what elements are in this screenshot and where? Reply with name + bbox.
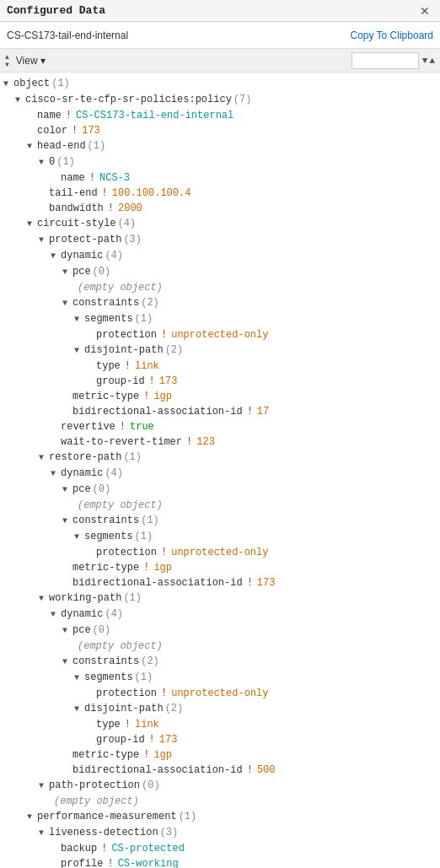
tree-row: ▼object (1) (0, 76, 440, 92)
tree-row: backup!CS-protected (0, 841, 440, 856)
tree-toggle[interactable]: ▼ (39, 155, 47, 170)
tree-toggle[interactable]: ▼ (62, 655, 71, 670)
tree-key: disjoint-path (84, 701, 164, 716)
tree-key: restore-path (49, 450, 121, 465)
tree-key: path-protection (49, 778, 140, 793)
tree-toggle[interactable]: ▼ (39, 591, 47, 607)
tree-row: bidirectional-association-id!500 (0, 763, 440, 778)
tree-count: (0) (142, 778, 160, 793)
tree-key: bidirectional-association-id (72, 763, 243, 778)
tree-colon: ! (158, 686, 169, 701)
tree-value: link (135, 359, 159, 374)
tree-key: constraints (72, 654, 139, 669)
tree-toggle[interactable]: ▼ (39, 779, 47, 794)
tree-row: bidirectional-association-id!173 (0, 575, 440, 590)
tree-toggle[interactable]: ▼ (62, 265, 71, 280)
tree-count: (4) (105, 248, 123, 263)
tree-toggle[interactable]: ▼ (62, 296, 71, 311)
tree-toggle[interactable]: ▼ (15, 93, 24, 108)
tree-row: (empty object) (0, 498, 440, 513)
tree-toggle[interactable]: ▼ (62, 483, 71, 498)
tree-row: bandwidth!2000 (0, 201, 440, 216)
tree-colon: ! (158, 327, 169, 342)
tree-value: 2000 (118, 201, 142, 216)
tree-key: metric-type (72, 560, 139, 575)
tree-row: ▼constraints (1) (0, 513, 440, 529)
tree-colon: ! (99, 186, 110, 201)
tree-row: ▼constraints (2) (0, 295, 440, 311)
tree-row: ▼dynamic (4) (0, 248, 440, 264)
tree-toggle[interactable]: ▼ (39, 826, 47, 841)
tree-toggle[interactable]: ▼ (74, 702, 83, 717)
tree-row: protection!unprotected-only (0, 686, 440, 701)
tree-toggle[interactable]: ▼ (39, 233, 47, 248)
tree-key: wait-to-revert-timer (61, 434, 182, 450)
tree-row: ▼circuit-style (4) (0, 216, 440, 232)
copy-to-clipboard-button[interactable]: Copy To Clipboard (350, 30, 433, 41)
tree-value: unprotected-only (171, 545, 268, 560)
tree-key: pce (72, 264, 91, 279)
tree-key: pce (72, 482, 91, 497)
tree-row: ▼protect-path (3) (0, 232, 440, 248)
down-arrow-icon[interactable]: ▼ (5, 61, 9, 68)
tree-key: metric-type (72, 389, 139, 404)
tree-toggle[interactable]: ▼ (74, 343, 83, 359)
tree-toggle[interactable]: ▼ (51, 607, 59, 623)
tree-value: link (135, 717, 159, 732)
tree-toggle[interactable]: ▼ (27, 810, 35, 825)
tree-key: type (96, 359, 121, 374)
tree-row: ▼dynamic (4) (0, 607, 440, 623)
tree-key: dynamic (61, 466, 103, 481)
tree-toggle[interactable]: ▼ (51, 466, 59, 482)
view-button[interactable]: View ▾ (16, 55, 46, 67)
tree-colon: ! (184, 434, 195, 450)
tree-toggle[interactable]: ▼ (74, 530, 83, 545)
up-arrow-icon[interactable]: ▲ (5, 53, 9, 61)
tree-colon: ! (158, 545, 169, 560)
tree-key: revertive (61, 419, 115, 434)
tree-key: cisco-sr-te-cfp-sr-policies:policy (25, 92, 232, 107)
subtitle-text: CS-CS173-tail-end-internal (7, 30, 128, 41)
tree-toggle[interactable]: ▼ (62, 623, 71, 639)
close-button[interactable]: ✕ (416, 4, 433, 18)
tree-key: performance-measurement (37, 809, 177, 824)
search-input[interactable] (351, 52, 419, 69)
tree-value: igp (153, 560, 172, 575)
tree-toggle[interactable]: ▼ (27, 217, 35, 232)
tree-key: dynamic (61, 607, 103, 622)
tree-toggle[interactable]: ▼ (74, 671, 83, 686)
window-title: Configured Data (7, 4, 105, 17)
toolbar-arrows[interactable]: ▲ ▼ (5, 53, 9, 68)
tree-toggle[interactable]: ▼ (74, 312, 83, 327)
tree-count: (2) (165, 701, 184, 716)
tree-toggle[interactable]: ▼ (51, 249, 59, 264)
tree-value: 173 (159, 374, 178, 389)
tree-toggle[interactable]: ▼ (62, 514, 71, 529)
tree-count: (3) (123, 232, 142, 247)
tree-toggle[interactable]: ▼ (3, 77, 12, 92)
tree-row: (empty object) (0, 639, 440, 654)
toolbar-right: ▼ ▲ (351, 52, 435, 69)
tree-row: name!NCS-3 (0, 170, 440, 186)
tree-toggle[interactable]: ▼ (39, 450, 47, 466)
sort-icon[interactable]: ▲ (429, 56, 435, 66)
tree-value: igp (153, 747, 172, 763)
tree-content: ▼object (1)▼cisco-sr-te-cfp-sr-policies:… (0, 73, 440, 868)
tree-count: (1) (135, 670, 153, 685)
tree-value: CS-CS173-tail-end-internal (76, 108, 233, 123)
filter-icon[interactable]: ▼ (422, 56, 428, 66)
tree-key: backup (61, 841, 97, 856)
tree-toggle[interactable]: ▼ (27, 139, 35, 154)
tree-key: group-id (96, 374, 145, 389)
tree-colon: ! (87, 170, 98, 186)
tree-key: protect-path (49, 232, 121, 247)
tree-row: metric-type!igp (0, 747, 440, 763)
tree-key: segments (84, 529, 133, 544)
tree-key: protection (96, 545, 157, 560)
tree-row: ▼cisco-sr-te-cfp-sr-policies:policy (7) (0, 92, 440, 108)
tree-key: name (61, 170, 85, 186)
tree-row: ▼disjoint-path (2) (0, 701, 440, 717)
tree-count: (1) (123, 450, 142, 465)
tree-row: (empty object) (0, 794, 440, 809)
tree-row: group-id!173 (0, 732, 440, 747)
